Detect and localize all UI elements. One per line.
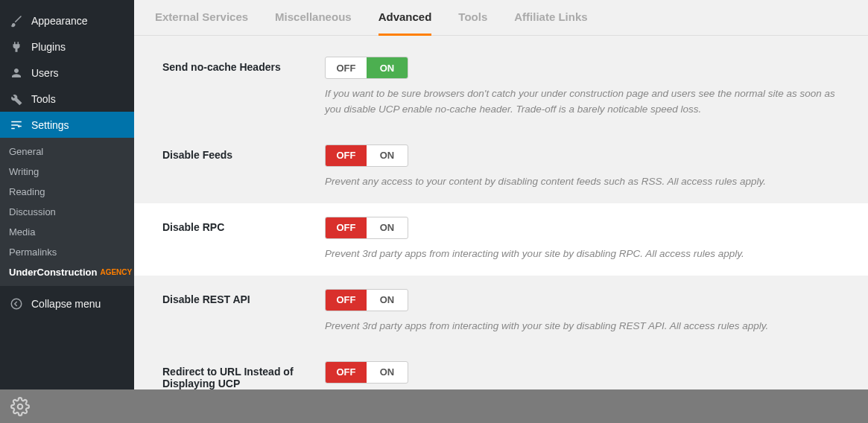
bottom-toolbar <box>0 389 868 423</box>
setting-label: Redirect to URL Instead of Displaying UC… <box>162 361 325 389</box>
toggle-off[interactable]: OFF <box>326 290 367 311</box>
sidebar-sub-media[interactable]: Media <box>0 222 134 242</box>
toggle-disable-rpc[interactable]: OFF ON <box>325 217 408 239</box>
sidebar-sub-writing[interactable]: Writing <box>0 162 134 182</box>
sliders-icon <box>9 118 24 133</box>
tab-advanced[interactable]: Advanced <box>378 10 432 36</box>
toggle-on[interactable]: ON <box>367 57 408 78</box>
collapse-label: Collapse menu <box>31 298 101 310</box>
setting-label: Send no-cache Headers <box>162 57 325 73</box>
setting-label: Disable RPC <box>162 217 325 233</box>
admin-sidebar: Appearance Plugins Users Tools Settings … <box>0 0 134 423</box>
setting-row-disable-rpc: Disable RPC OFF ON Prevent 3rd party app… <box>134 203 868 276</box>
tab-miscellaneous[interactable]: Miscellaneous <box>275 10 352 35</box>
sidebar-item-users[interactable]: Users <box>0 60 134 86</box>
toggle-off[interactable]: OFF <box>326 57 367 78</box>
sidebar-label: Appearance <box>31 15 88 27</box>
main-content: External Services Miscellaneous Advanced… <box>134 0 868 389</box>
toggle-no-cache-headers[interactable]: OFF ON <box>325 57 408 79</box>
setting-description: If you want to be sure browsers don't ca… <box>325 86 847 118</box>
tab-affiliate-links[interactable]: Affiliate Links <box>514 10 587 35</box>
toggle-on[interactable]: ON <box>367 362 408 383</box>
toggle-disable-feeds[interactable]: OFF ON <box>325 144 408 167</box>
toggle-on[interactable]: ON <box>367 290 408 311</box>
setting-label: Disable REST API <box>162 289 325 305</box>
toggle-redirect-url[interactable]: OFF ON <box>325 361 408 384</box>
toggle-off[interactable]: OFF <box>326 362 367 383</box>
sidebar-sub-general[interactable]: General <box>0 141 134 162</box>
setting-label: Disable Feeds <box>162 144 325 161</box>
toggle-off[interactable]: OFF <box>326 145 367 166</box>
tab-external-services[interactable]: External Services <box>155 10 248 35</box>
setting-row-disable-feeds: Disable Feeds OFF ON Prevent any access … <box>134 131 868 203</box>
toggle-disable-rest-api[interactable]: OFF ON <box>325 289 408 311</box>
plug-icon <box>9 39 24 54</box>
gear-icon[interactable] <box>10 397 30 416</box>
sidebar-sub-discussion[interactable]: Discussion <box>0 202 134 222</box>
sidebar-submenu: General Writing Reading Discussion Media… <box>0 138 134 286</box>
setting-row-redirect-url: Redirect to URL Instead of Displaying UC… <box>134 348 868 389</box>
sidebar-sub-reading[interactable]: Reading <box>0 182 134 202</box>
sidebar-item-settings[interactable]: Settings <box>0 112 134 138</box>
setting-row-disable-rest-api: Disable REST API OFF ON Prevent 3rd part… <box>134 276 868 348</box>
collapse-icon <box>9 296 24 311</box>
toggle-off[interactable]: OFF <box>326 217 367 238</box>
brush-icon <box>9 13 24 28</box>
wrench-icon <box>9 92 24 106</box>
tab-bar: External Services Miscellaneous Advanced… <box>134 0 868 36</box>
sidebar-label: Users <box>31 67 59 79</box>
collapse-menu-button[interactable]: Collapse menu <box>0 290 134 317</box>
sidebar-sub-underconstruction[interactable]: UnderConstruction AGENCY <box>0 262 134 282</box>
svg-point-0 <box>11 299 22 309</box>
sidebar-item-appearance[interactable]: Appearance <box>0 7 134 34</box>
tab-tools[interactable]: Tools <box>458 10 487 35</box>
sidebar-sub-permalinks[interactable]: Permalinks <box>0 242 134 262</box>
agency-badge: AGENCY <box>100 268 132 276</box>
toggle-on[interactable]: ON <box>367 217 408 238</box>
setting-description: Prevent 3rd party apps from interacting … <box>325 247 847 262</box>
setting-description: Prevent any access to your content by di… <box>325 174 847 190</box>
sidebar-label: Plugins <box>31 41 66 53</box>
toggle-on[interactable]: ON <box>367 145 408 166</box>
sidebar-item-tools[interactable]: Tools <box>0 86 134 112</box>
setting-description: Prevent 3rd party apps from interacting … <box>325 319 847 334</box>
svg-point-1 <box>18 404 23 409</box>
user-icon <box>9 66 24 80</box>
sidebar-label: Settings <box>31 119 69 131</box>
sidebar-item-plugins[interactable]: Plugins <box>0 34 134 60</box>
settings-form: Send no-cache Headers OFF ON If you want… <box>134 36 868 389</box>
sidebar-label: Tools <box>31 93 56 105</box>
setting-row-no-cache-headers: Send no-cache Headers OFF ON If you want… <box>134 43 868 131</box>
